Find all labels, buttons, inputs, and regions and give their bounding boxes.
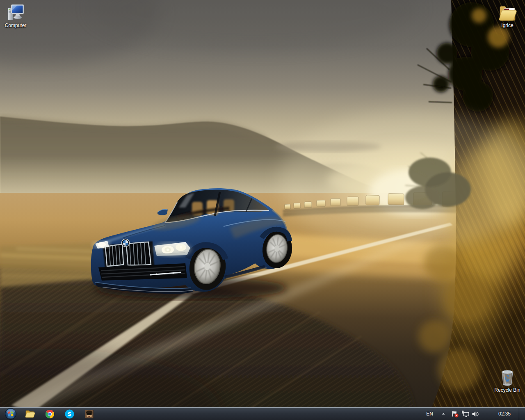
start-button[interactable] <box>0 408 21 420</box>
windows-logo-icon <box>5 408 17 420</box>
taskbar-windows-explorer[interactable] <box>25 408 35 420</box>
windows-explorer-icon <box>25 409 35 419</box>
chrome-icon <box>45 409 55 419</box>
taskbar-clock[interactable]: 02:35 <box>498 411 511 417</box>
folder-icon <box>498 3 517 23</box>
wired-network-icon <box>461 411 470 418</box>
taskbar: S EN <box>0 407 525 420</box>
chevron-up-icon <box>441 411 446 417</box>
face-avatar-icon <box>85 410 94 418</box>
wallpaper-image <box>0 0 525 420</box>
desktop-icon-recycle-bin[interactable]: Recycle Bin <box>492 368 523 393</box>
system-tray: EN <box>426 408 525 420</box>
taskbar-skype[interactable]: S <box>64 408 75 420</box>
desktop: Computer Igrice <box>0 0 525 420</box>
bmw-roundel <box>122 239 130 247</box>
volume-button[interactable] <box>471 408 479 420</box>
speaker-icon <box>471 411 479 418</box>
action-center-button[interactable] <box>451 408 459 420</box>
desktop-icon-computer[interactable]: Computer <box>0 3 31 28</box>
taskbar-google-chrome[interactable] <box>44 408 55 420</box>
desktop-icon-igrice[interactable]: Igrice <box>492 3 523 28</box>
computer-icon <box>6 3 25 23</box>
svg-text:S: S <box>67 411 71 417</box>
desktop-icon-label: Recycle Bin <box>494 388 520 393</box>
desktop-icon-label: Computer <box>5 23 27 28</box>
desktop-icon-label: Igrice <box>501 23 513 28</box>
language-indicator[interactable]: EN <box>426 411 433 417</box>
taskbar-picture-shortcut[interactable] <box>84 408 94 420</box>
network-button[interactable] <box>461 408 470 420</box>
taskbar-pinned-apps: S <box>25 408 94 420</box>
flag-error-icon <box>451 411 459 418</box>
show-hidden-icons-button[interactable] <box>441 408 446 420</box>
recycle-bin-icon <box>498 368 517 387</box>
show-desktop-button[interactable] <box>519 408 525 420</box>
skype-icon: S <box>65 409 74 419</box>
